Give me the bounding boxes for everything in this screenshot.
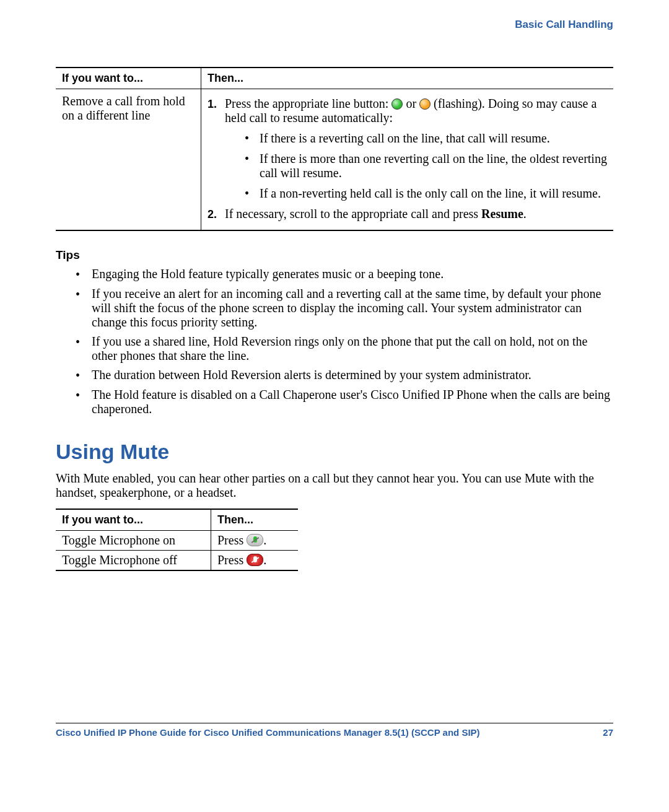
step-text: If necessary, scroll to the appropriate … [225, 207, 607, 221]
text: Press [217, 533, 247, 547]
tips-heading: Tips [56, 248, 613, 262]
text: . [263, 533, 266, 547]
text: Press the appropriate line button: [225, 97, 391, 110]
table-header: If you want to... [56, 509, 211, 531]
line-led-amber-icon [419, 98, 431, 110]
text: If necessary, scroll to the appropriate … [225, 207, 481, 220]
bullet-icon: • [76, 388, 92, 403]
table-row: Toggle Microphone off Press . [56, 551, 298, 571]
table-row: Toggle Microphone on Press . [56, 531, 298, 551]
section-heading-using-mute: Using Mute [56, 440, 613, 464]
page-number: 27 [603, 727, 613, 738]
text: or [406, 97, 419, 110]
text: If you use a shared line, Hold Reversion… [92, 334, 613, 363]
page-footer: Cisco Unified IP Phone Guide for Cisco U… [56, 723, 613, 738]
breadcrumb: Basic Call Handling [56, 19, 613, 31]
hold-table: If you want to... Then... Remove a call … [56, 67, 613, 231]
table-cell: Remove a call from hold on a different l… [56, 89, 201, 231]
list-item: • Engaging the Hold feature typically ge… [56, 267, 613, 282]
mute-table: If you want to... Then... Toggle Microph… [56, 509, 298, 571]
bullet-icon: • [76, 368, 92, 383]
text: Press [217, 553, 247, 567]
table-header: Then... [211, 509, 299, 531]
step-number: 1. [208, 97, 225, 111]
page: Basic Call Handling If you want to... Th… [0, 0, 669, 812]
table-cell: Press . [211, 551, 299, 571]
table-cell: Press . [211, 531, 299, 551]
step-number: 2. [208, 207, 225, 221]
text: If you receive an alert for an incoming … [92, 287, 613, 330]
list-item: • If there is a reverting call on the li… [245, 131, 607, 146]
bullet-icon: • [245, 186, 260, 200]
bullet-icon: • [76, 267, 92, 282]
list-item: • The duration between Hold Reversion al… [56, 368, 613, 383]
list-item: • If there is more than one reverting ca… [245, 152, 607, 180]
ordered-step: 1. Press the appropriate line button: or… [208, 97, 607, 125]
step-text: Press the appropriate line button: or (f… [225, 97, 607, 125]
line-led-green-icon [391, 98, 403, 110]
sub-bullet-list: • If there is a reverting call on the li… [245, 131, 607, 201]
text: . [263, 553, 266, 567]
text: If there is more than one reverting call… [260, 152, 607, 180]
text: The duration between Hold Reversion aler… [92, 368, 613, 382]
text: If a non-reverting held call is the only… [260, 186, 607, 201]
mute-button-on-icon [247, 554, 263, 566]
list-item: • If you use a shared line, Hold Reversi… [56, 334, 613, 363]
bullet-icon: • [76, 334, 92, 349]
table-cell: Toggle Microphone off [56, 551, 211, 571]
bullet-icon: • [76, 287, 92, 302]
bullet-icon: • [245, 131, 260, 145]
mute-button-off-icon [247, 534, 263, 546]
list-item: • If a non-reverting held call is the on… [245, 186, 607, 201]
text: Engaging the Hold feature typically gene… [92, 267, 613, 281]
section-intro: With Mute enabled, you can hear other pa… [56, 471, 613, 500]
ordered-step: 2. If necessary, scroll to the appropria… [208, 207, 607, 221]
resume-softkey-label: Resume [481, 207, 523, 220]
list-item: • The Hold feature is disabled on a Call… [56, 388, 613, 416]
table-row: Remove a call from hold on a different l… [56, 89, 613, 231]
text: . [523, 207, 527, 220]
bullet-icon: • [245, 152, 260, 165]
tips-list: • Engaging the Hold feature typically ge… [56, 267, 613, 416]
text: The Hold feature is disabled on a Call C… [92, 388, 613, 416]
table-header: Then... [201, 68, 614, 89]
list-item: • If you receive an alert for an incomin… [56, 287, 613, 330]
table-cell: 1. Press the appropriate line button: or… [201, 89, 614, 231]
table-header: If you want to... [56, 68, 201, 89]
footer-title: Cisco Unified IP Phone Guide for Cisco U… [56, 727, 480, 738]
table-cell: Toggle Microphone on [56, 531, 211, 551]
text: If there is a reverting call on the line… [260, 131, 607, 146]
